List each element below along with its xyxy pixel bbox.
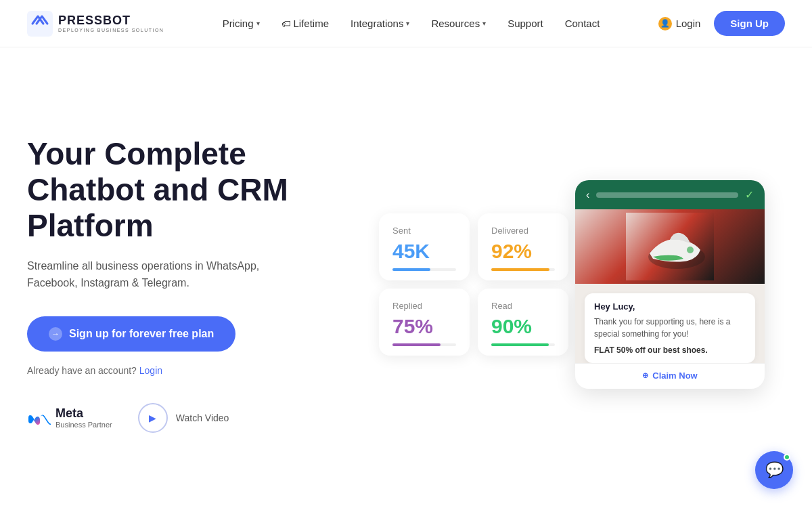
stat-read-bar xyxy=(491,343,555,346)
stat-card-replied: Replied 75% xyxy=(379,289,470,356)
phone-message-area: Hey Lucy, Thank you for supporting us, h… xyxy=(575,284,765,363)
stat-delivered-label: Delivered xyxy=(491,226,555,236)
hero-section: Your Complete Chatbot and CRM Platform S… xyxy=(0,47,812,508)
phone-image xyxy=(575,209,765,284)
stat-sent-fill xyxy=(392,268,430,271)
support-link[interactable]: Support xyxy=(508,18,543,29)
contact-link[interactable]: Contact xyxy=(565,18,600,29)
stat-sent-bar xyxy=(392,268,456,271)
integrations-link[interactable]: Integrations ▾ xyxy=(351,18,409,29)
meta-text: Meta Business Partner xyxy=(55,406,112,429)
nav-lifetime[interactable]: 🏷 Lifetime xyxy=(281,18,330,29)
nav-contact[interactable]: Contact xyxy=(565,18,600,29)
meta-logo: Meta Business Partner xyxy=(27,406,112,429)
claim-icon: ⊕ xyxy=(642,371,648,380)
message-body: Thank you for supporting us, here is a s… xyxy=(594,316,746,340)
stat-replied-label: Replied xyxy=(392,301,456,311)
chat-icon: 💬 xyxy=(765,461,784,479)
chat-widget[interactable]: 💬 xyxy=(755,451,793,489)
logo[interactable]: PRESSBOT DEPLOYING BUSINESS SOLUTION xyxy=(27,11,164,37)
claim-btn-area: ⊕ Claim Now xyxy=(575,363,765,389)
stat-read-label: Read xyxy=(491,301,555,311)
stat-delivered-value: 92% xyxy=(491,240,555,263)
pricing-chevron: ▾ xyxy=(256,20,260,27)
navbar: PRESSBOT DEPLOYING BUSINESS SOLUTION Pri… xyxy=(0,0,812,47)
phone-card: ‹ ✓ xyxy=(575,180,765,389)
signup-button[interactable]: Sign Up xyxy=(714,11,785,36)
nav-integrations[interactable]: Integrations ▾ xyxy=(351,18,409,29)
stat-replied-fill xyxy=(392,343,441,346)
nav-resources[interactable]: Resources ▾ xyxy=(431,18,486,29)
lifetime-icon: 🏷 xyxy=(281,18,291,29)
hero-center: Sent 45K Delivered 92% Replied 75% xyxy=(379,213,568,356)
already-account-text: Already have an account? Login xyxy=(27,365,352,376)
hero-subtitle: Streamline all business operations in Wh… xyxy=(27,257,284,292)
brand-tagline: DEPLOYING BUSINESS SOLUTION xyxy=(58,28,164,33)
cta-arrow-icon: → xyxy=(49,327,62,341)
play-icon: ▶ xyxy=(138,403,168,433)
nav-actions: 👤 Login Sign Up xyxy=(658,11,785,36)
message-bubble: Hey Lucy, Thank you for supporting us, h… xyxy=(585,293,755,363)
shoe-image xyxy=(626,213,714,280)
svg-point-3 xyxy=(687,247,694,253)
stat-replied-value: 75% xyxy=(392,315,456,338)
nav-links: Pricing ▾ 🏷 Lifetime Integrations ▾ Reso… xyxy=(223,18,600,29)
resources-chevron: ▾ xyxy=(482,20,486,27)
logo-text: PRESSBOT DEPLOYING BUSINESS SOLUTION xyxy=(58,14,164,33)
integrations-chevron: ▾ xyxy=(406,20,409,27)
message-offer: FLAT 50% off our best shoes. xyxy=(594,345,746,355)
hero-title: Your Complete Chatbot and CRM Platform xyxy=(27,136,352,244)
nav-support[interactable]: Support xyxy=(508,18,543,29)
brand-name: PRESSBOT xyxy=(58,14,164,28)
resources-link[interactable]: Resources ▾ xyxy=(431,18,486,29)
meta-badge: Meta Business Partner ▶ Watch Video xyxy=(27,403,352,433)
meta-logo-icon xyxy=(27,411,51,425)
already-login-link[interactable]: Login xyxy=(139,365,162,376)
lifetime-link[interactable]: 🏷 Lifetime xyxy=(281,18,330,29)
pricing-link[interactable]: Pricing ▾ xyxy=(223,18,260,29)
stat-read-value: 90% xyxy=(491,315,555,338)
watch-video-button[interactable]: ▶ Watch Video xyxy=(138,403,229,433)
nav-pricing[interactable]: Pricing ▾ xyxy=(223,18,260,29)
stat-delivered-bar xyxy=(491,268,555,271)
svg-rect-0 xyxy=(27,11,53,37)
stats-grid: Sent 45K Delivered 92% Replied 75% xyxy=(379,213,568,356)
stat-sent-label: Sent xyxy=(392,226,456,236)
login-icon: 👤 xyxy=(658,17,672,30)
logo-icon xyxy=(27,11,53,37)
stat-card-delivered: Delivered 92% xyxy=(478,213,568,280)
claim-button[interactable]: ⊕ Claim Now xyxy=(585,371,755,381)
stat-card-sent: Sent 45K xyxy=(379,213,470,280)
stat-delivered-fill xyxy=(491,268,549,271)
chat-online-indicator xyxy=(784,454,790,461)
phone-bar xyxy=(596,192,738,198)
stat-read-fill xyxy=(491,343,549,346)
back-icon: ‹ xyxy=(586,189,589,201)
login-button[interactable]: 👤 Login xyxy=(658,17,701,30)
message-greeting: Hey Lucy, xyxy=(594,301,746,312)
cta-button[interactable]: → Sign up for forever free plan xyxy=(27,316,235,352)
check-icon: ✓ xyxy=(745,188,754,201)
hero-left: Your Complete Chatbot and CRM Platform S… xyxy=(27,136,352,433)
stat-card-read: Read 90% xyxy=(478,289,568,356)
hero-right: ‹ ✓ xyxy=(575,180,792,389)
stat-sent-value: 45K xyxy=(392,240,456,263)
phone-header: ‹ ✓ xyxy=(575,180,765,209)
stat-replied-bar xyxy=(392,343,456,346)
